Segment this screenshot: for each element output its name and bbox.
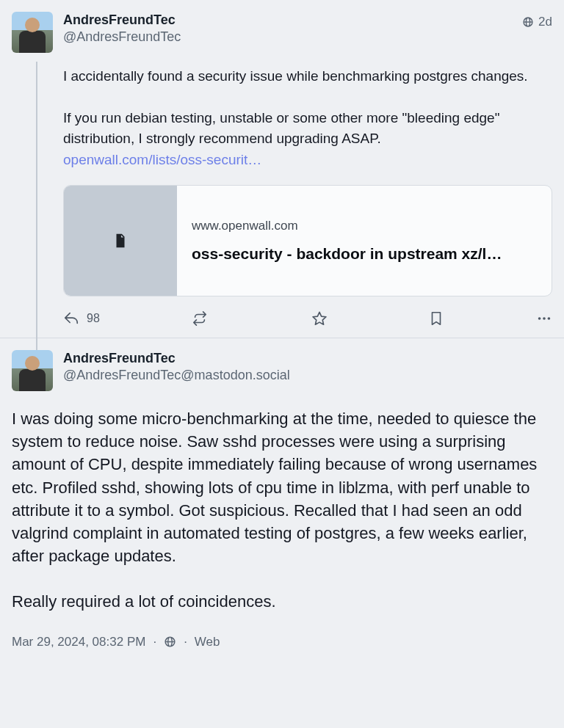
separator: · bbox=[184, 635, 187, 649]
boost-button[interactable] bbox=[192, 310, 311, 327]
favorite-button[interactable] bbox=[311, 310, 428, 327]
avatar[interactable] bbox=[12, 12, 53, 53]
bookmark-button[interactable] bbox=[428, 310, 536, 327]
handle: @AndresFreundTec@mastodon.social bbox=[63, 367, 552, 384]
link-card[interactable]: www.openwall.com oss-security - backdoor… bbox=[63, 185, 552, 296]
reply-icon bbox=[63, 310, 79, 327]
card-title: oss-security - backdoor in upstream xz/l… bbox=[192, 242, 502, 266]
author-block[interactable]: AndresFreundTec @AndresFreundTec bbox=[63, 12, 522, 53]
post-detail: AndresFreundTec @AndresFreundTec@mastodo… bbox=[0, 338, 564, 649]
thread-connector bbox=[36, 62, 37, 379]
avatar[interactable] bbox=[12, 350, 53, 391]
card-thumb bbox=[64, 186, 177, 296]
reply-button[interactable]: 98 bbox=[63, 310, 192, 327]
boost-icon bbox=[192, 310, 208, 327]
svg-point-2 bbox=[548, 317, 551, 320]
paragraph: I was doing some micro-benchmarking at t… bbox=[12, 407, 552, 568]
file-icon bbox=[112, 231, 129, 250]
globe-icon bbox=[164, 636, 176, 648]
display-name: AndresFreundTec bbox=[63, 350, 552, 367]
card-body: www.openwall.com oss-security - backdoor… bbox=[177, 186, 516, 296]
external-link[interactable]: openwall.com/lists/oss-securit… bbox=[63, 152, 261, 167]
post-age[interactable]: 2d bbox=[538, 15, 552, 29]
paragraph: I accidentally found a security issue wh… bbox=[63, 66, 552, 87]
post-source[interactable]: Web bbox=[195, 635, 220, 649]
post-content: I accidentally found a security issue wh… bbox=[63, 66, 552, 327]
reply-count: 98 bbox=[87, 310, 100, 327]
post-meta: 2d bbox=[522, 12, 552, 53]
post-header: AndresFreundTec @AndresFreundTec 2d bbox=[12, 12, 552, 53]
timestamp[interactable]: Mar 29, 2024, 08:32 PM bbox=[12, 635, 145, 649]
card-domain: www.openwall.com bbox=[192, 216, 502, 236]
post-footer: Mar 29, 2024, 08:32 PM · · Web bbox=[12, 635, 552, 649]
paragraph: If you run debian testing, unstable or s… bbox=[63, 108, 552, 150]
handle: @AndresFreundTec bbox=[63, 29, 522, 46]
action-bar: 98 bbox=[63, 310, 552, 327]
svg-point-1 bbox=[543, 317, 546, 320]
globe-icon bbox=[522, 16, 534, 28]
post-parent: AndresFreundTec @AndresFreundTec 2d I ac… bbox=[0, 0, 564, 327]
star-icon bbox=[311, 310, 328, 327]
more-button[interactable] bbox=[536, 310, 552, 327]
post-header: AndresFreundTec @AndresFreundTec@mastodo… bbox=[12, 350, 552, 391]
separator: · bbox=[153, 635, 156, 649]
svg-point-0 bbox=[538, 317, 541, 320]
display-name: AndresFreundTec bbox=[63, 12, 522, 29]
post-content: I was doing some micro-benchmarking at t… bbox=[12, 407, 552, 613]
author-block[interactable]: AndresFreundTec @AndresFreundTec@mastodo… bbox=[63, 350, 552, 391]
bookmark-icon bbox=[428, 310, 444, 327]
paragraph: Really required a lot of coincidences. bbox=[12, 590, 552, 613]
more-icon bbox=[536, 310, 552, 327]
